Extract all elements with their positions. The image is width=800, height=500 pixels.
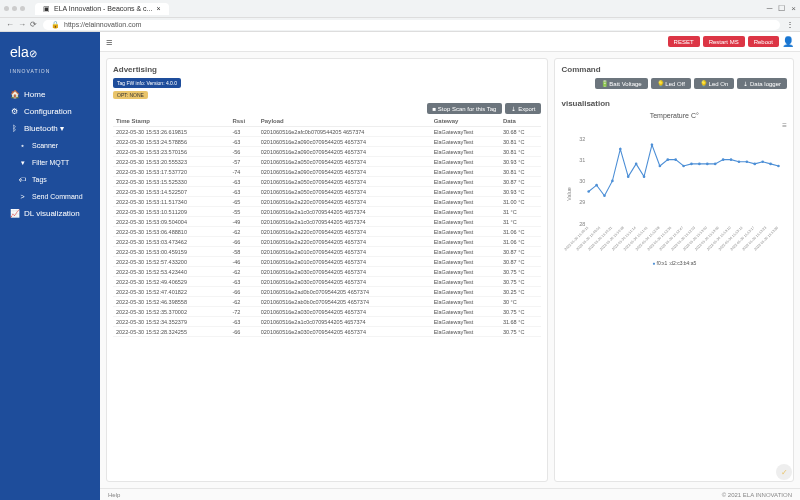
sidebar-item-label: DL visualization — [24, 209, 80, 218]
svg-text:29: 29 — [580, 199, 586, 205]
batt-voltage-button[interactable]: 🔋 Batt Voltage — [595, 78, 648, 89]
temperature-chart: 2829303132Value2022-05-30 15:49:152022-0… — [561, 134, 787, 254]
table-row[interactable]: 2022-05-30 15:52:34.352379-630201060516e… — [113, 317, 541, 327]
minimize-icon[interactable]: ─ — [767, 4, 773, 13]
copyright: © 2021 ELA INNOVATION — [722, 492, 792, 498]
svg-text:32: 32 — [580, 136, 586, 142]
led-off-button[interactable]: 💡 Led Off — [651, 78, 691, 89]
table-row[interactable]: 2022-05-30 15:52:28.324255-660201060516e… — [113, 327, 541, 337]
sidebar-item-filter-mqtt[interactable]: ▾Filter MQTT — [0, 154, 100, 171]
user-icon[interactable]: 👤 — [782, 36, 794, 47]
svg-point-16 — [667, 158, 670, 161]
reload-icon[interactable]: ⟳ — [30, 20, 37, 29]
command-title: Command — [561, 65, 787, 74]
table-row[interactable]: 2022-05-30 15:53:15.525330-630201060516e… — [113, 177, 541, 187]
svg-point-28 — [762, 160, 765, 163]
window-controls: ─ ☐ × — [767, 4, 796, 13]
table-row[interactable]: 2022-05-30 15:53:03.473462-660201060516e… — [113, 237, 541, 247]
chat-fab[interactable]: ✓ — [776, 464, 792, 480]
table-row[interactable]: 2022-05-30 15:53:06.488810-620201060516e… — [113, 227, 541, 237]
sidebar-item-scanner[interactable]: ⭑Scanner — [0, 137, 100, 154]
sidebar-item-tags[interactable]: 🏷Tags — [0, 171, 100, 188]
bluetooth--icon: ᛒ — [10, 124, 19, 133]
sidebar-item-label: Bluetooth ▾ — [24, 124, 64, 133]
table-row[interactable]: 2022-05-30 15:52:47.401822-660201060516e… — [113, 287, 541, 297]
col-gateway: Gateway — [431, 116, 500, 127]
dl-visualization-icon: 📈 — [10, 209, 19, 218]
sidebar: ela⊘ INNOVATION 🏠Home⚙ConfigurationᛒBlue… — [0, 32, 100, 500]
sidebar-item-label: Scanner — [32, 142, 58, 149]
restart-button[interactable]: Restart MS — [703, 36, 745, 47]
tab-title: ELA Innovation - Beacons & c... — [54, 5, 152, 12]
maximize-icon[interactable]: ☐ — [778, 4, 785, 13]
forward-icon[interactable]: → — [18, 20, 26, 29]
browser-tab[interactable]: ▣ ELA Innovation - Beacons & c... × — [35, 3, 169, 15]
sidebar-item-configuration[interactable]: ⚙Configuration — [0, 103, 100, 120]
svg-point-15 — [659, 165, 662, 168]
table-row[interactable]: 2022-05-30 15:52:35.370002-720201060516e… — [113, 307, 541, 317]
chart-menu-icon[interactable]: ≡ — [561, 121, 787, 130]
data-logger-button[interactable]: ⤓ Data logger — [737, 78, 787, 89]
chart-title: Temperature C° — [561, 112, 787, 119]
table-row[interactable]: 2022-05-30 15:53:00.459159-580201060516e… — [113, 247, 541, 257]
reboot-button[interactable]: Reboot — [748, 36, 779, 47]
sidebar-item-send-command[interactable]: >Send Command — [0, 188, 100, 205]
stop-scan-button[interactable]: ■ Stop Scan for this Tag — [427, 103, 503, 114]
col-rssi: Rssi — [229, 116, 257, 127]
help-link[interactable]: Help — [108, 492, 120, 498]
sidebar-item-label: Tags — [32, 176, 47, 183]
sidebar-item-home[interactable]: 🏠Home — [0, 86, 100, 103]
advertising-panel: Advertising Tag FW info: Version: 4.0.0 … — [106, 58, 548, 482]
table-row[interactable]: 2022-05-30 15:52:46.398558-620201060516e… — [113, 297, 541, 307]
svg-text:2022-05-30 15:53:26: 2022-05-30 15:53:26 — [754, 226, 780, 252]
svg-text:30: 30 — [580, 178, 586, 184]
svg-text:Value: Value — [567, 187, 573, 201]
advertising-table: Time Stamp Rssi Payload Gateway Data 202… — [113, 116, 541, 337]
sidebar-item-label: Filter MQTT — [32, 159, 69, 166]
menu-icon[interactable]: ≡ — [106, 36, 112, 48]
table-row[interactable]: 2022-05-30 15:52:53.423440-620201060516e… — [113, 267, 541, 277]
table-row[interactable]: 2022-05-30 15:53:23.570156-560201060516e… — [113, 147, 541, 157]
table-row[interactable]: 2022-05-30 15:53:11.517340-650201060516e… — [113, 197, 541, 207]
filter-mqtt-icon: ▾ — [18, 158, 27, 167]
svg-point-26 — [746, 160, 749, 163]
svg-point-6 — [588, 190, 591, 193]
url-input[interactable]: 🔒 https://elainnovation.com — [43, 20, 780, 30]
browser-address-bar: ← → ⟳ 🔒 https://elainnovation.com ⋮ — [0, 18, 800, 32]
sidebar-item-label: Home — [24, 90, 45, 99]
footer: Help © 2021 ELA INNOVATION — [100, 488, 800, 500]
export-button[interactable]: ⤓ Export — [505, 103, 541, 114]
reset-button[interactable]: RESET — [668, 36, 700, 47]
topbar: ≡ RESET Restart MS Reboot 👤 — [100, 32, 800, 52]
close-window-icon[interactable]: × — [791, 4, 796, 13]
svg-point-7 — [596, 184, 599, 187]
send-command-icon: > — [18, 192, 27, 201]
table-row[interactable]: 2022-05-30 15:53:14.522507-630201060516e… — [113, 187, 541, 197]
led-on-button[interactable]: 💡 Led On — [694, 78, 734, 89]
svg-point-14 — [651, 143, 654, 146]
close-tab-icon[interactable]: × — [156, 5, 160, 12]
back-icon[interactable]: ← — [6, 20, 14, 29]
table-row[interactable]: 2022-05-30 15:53:17.537720-740201060516e… — [113, 167, 541, 177]
svg-point-27 — [754, 163, 757, 166]
svg-point-20 — [699, 163, 702, 166]
svg-point-18 — [683, 165, 686, 168]
col-payload: Payload — [258, 116, 431, 127]
table-row[interactable]: 2022-05-30 15:53:10.511209-550201060516e… — [113, 207, 541, 217]
browser-more-icon[interactable]: ⋮ — [786, 20, 794, 29]
table-row[interactable]: 2022-05-30 15:52:57.433200-460201060516e… — [113, 257, 541, 267]
svg-point-22 — [714, 163, 717, 166]
table-row[interactable]: 2022-05-30 15:53:24.578856-630201060516e… — [113, 137, 541, 147]
advertising-title: Advertising — [113, 65, 541, 74]
url-text: https://elainnovation.com — [64, 21, 141, 28]
svg-point-29 — [770, 163, 773, 166]
table-row[interactable]: 2022-05-30 15:53:09.504004-490201060516e… — [113, 217, 541, 227]
svg-point-12 — [635, 163, 638, 166]
table-row[interactable]: 2022-05-30 15:53:26.619815-630201060516e… — [113, 127, 541, 137]
table-row[interactable]: 2022-05-30 15:53:20.555323-570201060516e… — [113, 157, 541, 167]
svg-point-19 — [691, 163, 694, 166]
sidebar-item-bluetooth-[interactable]: ᛒBluetooth ▾ — [0, 120, 100, 137]
sidebar-item-dl-visualization[interactable]: 📈DL visualization — [0, 205, 100, 222]
table-row[interactable]: 2022-05-30 15:52:49.406529-630201060516e… — [113, 277, 541, 287]
svg-point-30 — [778, 165, 781, 168]
